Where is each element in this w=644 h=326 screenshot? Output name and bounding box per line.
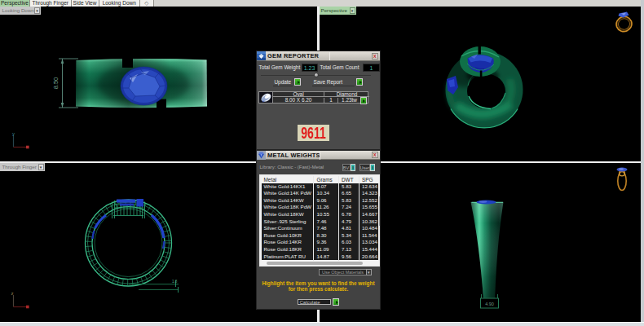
svg-text:z: z (11, 291, 14, 296)
svg-text:1.8: 1.8 (172, 280, 178, 284)
svg-text:y: y (12, 131, 15, 136)
svg-text:8.50: 8.50 (52, 77, 60, 90)
svg-text:4.90: 4.90 (485, 302, 494, 306)
